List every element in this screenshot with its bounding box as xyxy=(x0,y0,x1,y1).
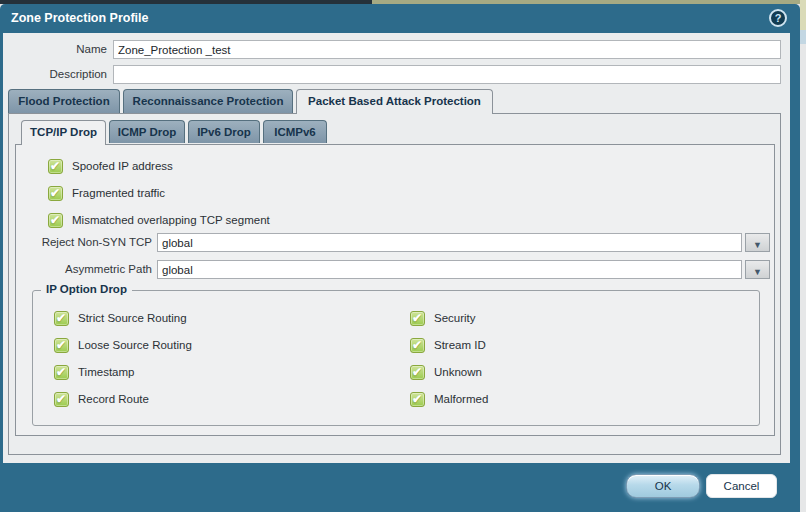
chevron-down-icon: ▼ xyxy=(753,240,762,250)
strict-source-routing-label: Strict Source Routing xyxy=(78,312,187,324)
reject-non-syn-tcp-label: Reject Non-SYN TCP xyxy=(16,236,152,248)
tcpip-drop-panel: ✔ Spoofed IP address ✔ Fragmented traffi… xyxy=(15,144,775,436)
subtab-icmpv6[interactable]: ICMPv6 xyxy=(263,120,327,143)
malformed-checkbox[interactable]: ✔ xyxy=(410,392,425,407)
mismatched-overlap-label: Mismatched overlapping TCP segment xyxy=(72,214,270,226)
cancel-button[interactable]: Cancel xyxy=(706,474,777,498)
checkbox-row-spoofed-ip: ✔ Spoofed IP address xyxy=(48,158,173,174)
tab-reconnaissance-protection[interactable]: Reconnaissance Protection xyxy=(123,89,293,113)
checkbox-row-loose-source-routing: ✔ Loose Source Routing xyxy=(54,337,192,353)
ok-button[interactable]: OK xyxy=(626,474,700,498)
fragmented-traffic-checkbox[interactable]: ✔ xyxy=(48,186,63,201)
checkbox-row-stream-id: ✔ Stream ID xyxy=(410,337,486,353)
name-input[interactable] xyxy=(113,40,781,59)
timestamp-label: Timestamp xyxy=(78,366,134,378)
help-icon[interactable]: ? xyxy=(769,9,787,27)
checkbox-row-strict-source-routing: ✔ Strict Source Routing xyxy=(54,310,187,326)
record-route-checkbox[interactable]: ✔ xyxy=(54,392,69,407)
checkbox-row-timestamp: ✔ Timestamp xyxy=(54,364,134,380)
unknown-checkbox[interactable]: ✔ xyxy=(410,365,425,380)
reject-non-syn-tcp-dropdown-button[interactable]: ▼ xyxy=(745,233,770,252)
dialog-titlebar: Zone Protection Profile ? xyxy=(0,4,800,33)
asymmetric-path-select[interactable] xyxy=(157,260,742,279)
check-icon: ✔ xyxy=(50,213,60,227)
loose-source-routing-label: Loose Source Routing xyxy=(78,339,192,351)
description-label: Description xyxy=(3,68,107,80)
fragmented-traffic-label: Fragmented traffic xyxy=(72,187,165,199)
dialog-title: Zone Protection Profile xyxy=(11,11,149,25)
tab-flood-protection[interactable]: Flood Protection xyxy=(8,89,120,113)
mismatched-overlap-checkbox[interactable]: ✔ xyxy=(48,213,63,228)
loose-source-routing-checkbox[interactable]: ✔ xyxy=(54,338,69,353)
ip-option-drop-fieldset: IP Option Drop ✔ Strict Source Routing ✔… xyxy=(32,290,760,426)
dialog-content: Name Description Flood Protection Reconn… xyxy=(3,33,790,463)
subtab-tcpip-drop[interactable]: TCP/IP Drop xyxy=(21,120,106,145)
checkbox-row-unknown: ✔ Unknown xyxy=(410,364,482,380)
check-icon: ✔ xyxy=(412,311,422,325)
check-icon: ✔ xyxy=(412,392,422,406)
unknown-label: Unknown xyxy=(434,366,482,378)
malformed-label: Malformed xyxy=(434,393,488,405)
subtab-icmp-drop[interactable]: ICMP Drop xyxy=(109,120,185,143)
description-input[interactable] xyxy=(113,65,781,84)
check-icon: ✔ xyxy=(50,186,60,200)
spoofed-ip-checkbox[interactable]: ✔ xyxy=(48,159,63,174)
checkbox-row-fragmented-traffic: ✔ Fragmented traffic xyxy=(48,185,165,201)
asymmetric-path-label: Asymmetric Path xyxy=(16,263,152,275)
timestamp-checkbox[interactable]: ✔ xyxy=(54,365,69,380)
check-icon: ✔ xyxy=(56,365,66,379)
security-label: Security xyxy=(434,312,476,324)
background-page-right-blue xyxy=(800,30,806,44)
check-icon: ✔ xyxy=(56,311,66,325)
zone-protection-profile-dialog: Zone Protection Profile ? Name Descripti… xyxy=(0,4,800,512)
reject-non-syn-tcp-select[interactable] xyxy=(157,233,742,252)
record-route-label: Record Route xyxy=(78,393,149,405)
check-icon: ✔ xyxy=(50,159,60,173)
checkbox-row-security: ✔ Security xyxy=(410,310,476,326)
security-checkbox[interactable]: ✔ xyxy=(410,311,425,326)
tab-packet-based-attack-protection[interactable]: Packet Based Attack Protection xyxy=(296,89,493,114)
check-icon: ✔ xyxy=(56,392,66,406)
check-icon: ✔ xyxy=(412,338,422,352)
stream-id-checkbox[interactable]: ✔ xyxy=(410,338,425,353)
checkbox-row-malformed: ✔ Malformed xyxy=(410,391,488,407)
background-page-right-olive xyxy=(800,0,806,30)
dialog-footer: OK Cancel xyxy=(0,463,800,512)
check-icon: ✔ xyxy=(56,338,66,352)
stream-id-label: Stream ID xyxy=(434,339,486,351)
check-icon: ✔ xyxy=(412,365,422,379)
chevron-down-icon: ▼ xyxy=(753,267,762,277)
subtab-ipv6-drop[interactable]: IPv6 Drop xyxy=(188,120,260,143)
strict-source-routing-checkbox[interactable]: ✔ xyxy=(54,311,69,326)
asymmetric-path-dropdown-button[interactable]: ▼ xyxy=(745,260,770,279)
checkbox-row-mismatched-overlap: ✔ Mismatched overlapping TCP segment xyxy=(48,212,270,228)
packet-based-attack-panel: TCP/IP Drop ICMP Drop IPv6 Drop ICMPv6 ✔… xyxy=(8,113,781,455)
name-label: Name xyxy=(3,43,107,55)
spoofed-ip-label: Spoofed IP address xyxy=(72,160,173,172)
ip-option-drop-legend: IP Option Drop xyxy=(41,283,132,295)
checkbox-row-record-route: ✔ Record Route xyxy=(54,391,149,407)
